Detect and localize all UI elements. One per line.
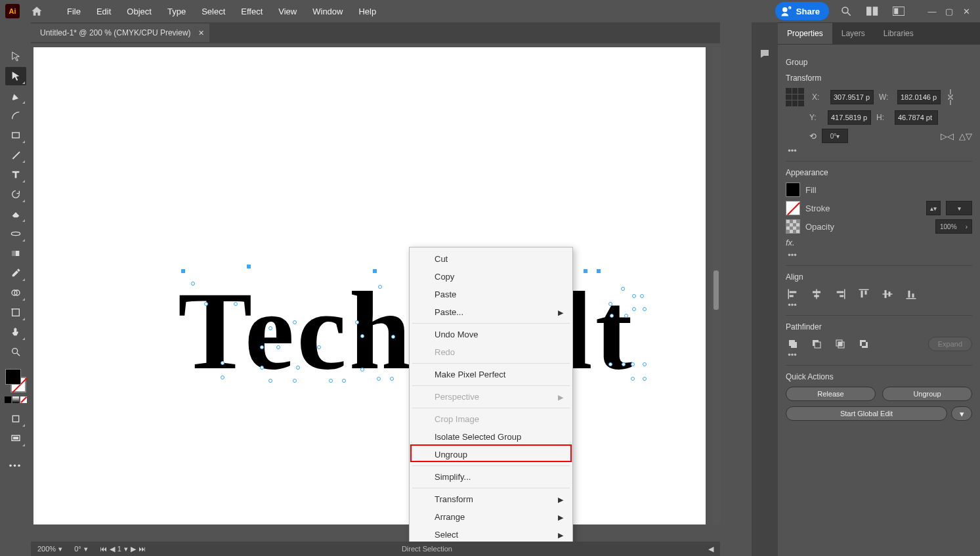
- context-menu-item[interactable]: Simplify...: [410, 468, 572, 486]
- color-mode-gradient[interactable]: [12, 396, 19, 403]
- anchor-point[interactable]: [221, 375, 224, 379]
- anchor-point[interactable]: [378, 285, 382, 289]
- context-menu-item[interactable]: Paste...▶: [410, 303, 572, 321]
- anchor-point[interactable]: [597, 269, 601, 273]
- eyedropper-tool[interactable]: [5, 264, 26, 282]
- anchor-point[interactable]: [234, 302, 238, 306]
- last-artboard-icon[interactable]: ⏭: [138, 545, 146, 553]
- align-center-v-icon[interactable]: [880, 287, 895, 301]
- curvature-tool[interactable]: [5, 106, 26, 125]
- anchor-point[interactable]: [342, 379, 346, 383]
- tab-libraries[interactable]: Libraries: [874, 23, 923, 44]
- context-menu-item[interactable]: Make Pixel Perfect: [410, 366, 572, 383]
- release-button[interactable]: Release: [786, 387, 876, 401]
- constrain-proportions-icon[interactable]: [946, 88, 955, 106]
- anchor-point[interactable]: [329, 379, 333, 383]
- anchor-point[interactable]: [643, 377, 647, 381]
- home-icon[interactable]: [28, 2, 46, 20]
- anchor-point[interactable]: [621, 287, 625, 291]
- menu-edit[interactable]: Edit: [89, 1, 119, 22]
- context-menu-item[interactable]: Ungroup: [410, 446, 572, 463]
- screen-mode[interactable]: [5, 429, 26, 448]
- eraser-tool[interactable]: [5, 205, 26, 223]
- type-tool[interactable]: [5, 165, 26, 184]
- anchor-point[interactable]: [260, 366, 264, 370]
- shape-builder-tool[interactable]: [5, 284, 26, 302]
- anchor-point[interactable]: [632, 307, 636, 311]
- pathfinder-minus-front-icon[interactable]: [809, 337, 824, 351]
- pen-tool[interactable]: [5, 87, 26, 105]
- rectangle-tool[interactable]: [5, 126, 26, 144]
- window-minimize[interactable]: —: [924, 5, 941, 18]
- anchor-point[interactable]: [640, 294, 644, 298]
- pathfinder-exclude-icon[interactable]: [857, 337, 871, 351]
- align-right-icon[interactable]: [833, 287, 847, 301]
- pathfinder-unite-icon[interactable]: [786, 337, 800, 351]
- transform-more-icon[interactable]: •••: [786, 146, 799, 156]
- anchor-point[interactable]: [191, 282, 195, 286]
- first-artboard-icon[interactable]: ⏮: [100, 545, 107, 553]
- vertical-scrollbar[interactable]: [712, 47, 720, 524]
- y-input[interactable]: [828, 110, 871, 125]
- anchor-point[interactable]: [622, 362, 626, 366]
- align-center-h-icon[interactable]: [809, 287, 824, 301]
- comments-panel-icon[interactable]: [757, 46, 773, 62]
- scrollbar-thumb[interactable]: [714, 270, 719, 310]
- anchor-point[interactable]: [643, 307, 647, 311]
- reference-point-grid[interactable]: [786, 88, 804, 106]
- edit-toolbar[interactable]: •••: [9, 461, 22, 471]
- pathfinder-intersect-icon[interactable]: [833, 337, 847, 351]
- close-tab-icon[interactable]: ×: [198, 28, 203, 38]
- artboard[interactable]: TechCult: [33, 47, 706, 524]
- align-top-icon[interactable]: [857, 287, 871, 301]
- menu-select[interactable]: Select: [194, 1, 233, 22]
- anchor-point[interactable]: [204, 302, 208, 306]
- anchor-point[interactable]: [293, 379, 297, 383]
- context-menu-item[interactable]: Cut: [410, 250, 572, 268]
- anchor-point[interactable]: [391, 335, 395, 339]
- anchor-point[interactable]: [631, 362, 635, 366]
- w-input[interactable]: [897, 90, 941, 104]
- window-maximize[interactable]: ▢: [941, 5, 958, 18]
- menu-effect[interactable]: Effect: [233, 1, 270, 22]
- appearance-more-icon[interactable]: •••: [786, 250, 799, 260]
- context-menu-item[interactable]: Isolate Selected Group: [410, 428, 572, 446]
- window-close[interactable]: ✕: [958, 5, 975, 18]
- stroke-swatch[interactable]: [786, 201, 800, 215]
- opacity-swatch[interactable]: [786, 219, 800, 234]
- anchor-point[interactable]: [608, 362, 612, 366]
- tab-layers[interactable]: Layers: [832, 23, 874, 44]
- zoom-value[interactable]: 200%: [37, 545, 56, 553]
- anchor-point[interactable]: [268, 326, 272, 330]
- x-input[interactable]: [830, 90, 874, 104]
- menu-object[interactable]: Object: [119, 1, 160, 22]
- stroke-weight-stepper[interactable]: ▴▾: [926, 201, 941, 215]
- artboard-tool[interactable]: [5, 303, 26, 322]
- context-menu-item[interactable]: Undo Move: [410, 326, 572, 343]
- selection-tool[interactable]: [5, 47, 26, 66]
- align-left-icon[interactable]: [786, 287, 800, 301]
- start-global-edit-dropdown[interactable]: ▾: [951, 406, 972, 421]
- search-icon[interactable]: [837, 2, 855, 20]
- anchor-point[interactable]: [355, 320, 359, 324]
- fill-swatch[interactable]: [5, 369, 21, 385]
- anchor-point[interactable]: [373, 269, 377, 273]
- anchor-point[interactable]: [221, 361, 224, 365]
- menu-view[interactable]: View: [270, 1, 305, 22]
- anchor-point[interactable]: [293, 320, 297, 324]
- prev-artboard-icon[interactable]: ◀: [110, 545, 115, 553]
- angle-input[interactable]: 0° ▾: [822, 129, 848, 143]
- opacity-input[interactable]: 100%›: [935, 219, 972, 234]
- anchor-point[interactable]: [584, 269, 587, 273]
- gradient-tool[interactable]: [5, 244, 26, 263]
- flip-horizontal-icon[interactable]: ▷◁: [941, 131, 954, 141]
- paintbrush-tool[interactable]: [5, 146, 26, 164]
- fill-stroke-swatches[interactable]: [5, 369, 26, 393]
- status-scroll-left[interactable]: ◀: [708, 545, 714, 553]
- context-menu-item[interactable]: Arrange▶: [410, 508, 572, 526]
- start-global-edit-button[interactable]: Start Global Edit: [786, 406, 947, 421]
- anchor-point[interactable]: [390, 377, 394, 381]
- anchor-point[interactable]: [268, 379, 272, 383]
- color-mode-none[interactable]: [20, 396, 27, 403]
- anchor-point[interactable]: [632, 294, 636, 298]
